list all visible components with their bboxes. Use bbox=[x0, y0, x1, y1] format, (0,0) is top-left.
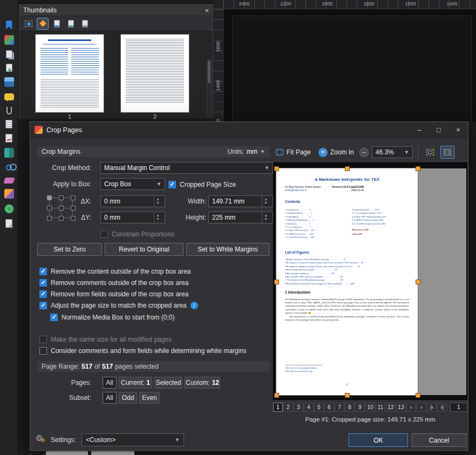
attachments-icon[interactable] bbox=[6, 107, 12, 114]
bookmarks-icon[interactable] bbox=[6, 21, 12, 30]
zoom-out-button[interactable]: − bbox=[359, 148, 369, 157]
pages-all-button[interactable]: All bbox=[103, 377, 117, 389]
make-same-size-option[interactable]: Make the same size for all modified page… bbox=[39, 335, 172, 344]
signatures-icon[interactable] bbox=[5, 134, 12, 142]
checkbox[interactable] bbox=[39, 268, 47, 275]
page-button[interactable]: 7 bbox=[335, 403, 344, 412]
width-stepper[interactable]: 149.71 mm ▲▼ bbox=[208, 195, 273, 207]
crop-pages-icon[interactable] bbox=[37, 18, 49, 30]
content-icon[interactable] bbox=[5, 120, 12, 128]
crop-method-select[interactable]: Manual Margin Control ▼ bbox=[100, 162, 273, 174]
adjust-page-size-option[interactable]: Adjust the page size to match the croppe… bbox=[39, 301, 198, 310]
checkbox[interactable] bbox=[168, 181, 176, 188]
checkbox[interactable] bbox=[39, 347, 47, 355]
dialog-titlebar[interactable]: Crop Pages – □ × bbox=[30, 122, 468, 138]
recovery-icon[interactable] bbox=[6, 64, 12, 72]
checkbox[interactable] bbox=[39, 279, 47, 287]
show-crop-box-toggle[interactable] bbox=[440, 146, 454, 159]
consider-comments-option[interactable]: Consider comments and form fields while … bbox=[39, 346, 247, 355]
zoom-region-icon[interactable] bbox=[23, 18, 35, 30]
web-icon[interactable] bbox=[4, 204, 14, 214]
page-thumbnail[interactable] bbox=[121, 35, 189, 112]
remove-form-fields-option[interactable]: Remove form fields outside of the crop b… bbox=[39, 289, 188, 298]
page-button[interactable]: 12 bbox=[386, 403, 396, 412]
checkbox[interactable] bbox=[39, 302, 47, 309]
spinner-arrows-icon[interactable]: ▲▼ bbox=[262, 212, 269, 223]
previous-page-button[interactable]: ‹ bbox=[406, 403, 416, 412]
crop-handle-bottom-right[interactable] bbox=[416, 393, 420, 398]
page-button[interactable]: 10 bbox=[365, 403, 375, 412]
crop-handle-bottom-left[interactable] bbox=[274, 393, 279, 398]
page-number-input[interactable] bbox=[450, 403, 467, 412]
fit-page-button[interactable]: Fit Page bbox=[273, 147, 313, 158]
page-button[interactable]: 5 bbox=[314, 403, 324, 412]
spinner-arrows-icon[interactable]: ▲▼ bbox=[262, 196, 269, 207]
thumbnails-icon[interactable] bbox=[6, 50, 12, 58]
fields-icon[interactable] bbox=[4, 148, 14, 158]
remove-comments-option[interactable]: Remove comments outside of the crop box … bbox=[39, 278, 188, 287]
first-page-button[interactable]: |‹ bbox=[427, 403, 437, 412]
layers-icon[interactable] bbox=[4, 77, 14, 87]
units-dropdown[interactable]: Units: mm ▼ bbox=[227, 146, 265, 157]
show-page-boxes-toggle[interactable] bbox=[423, 146, 437, 159]
checkbox[interactable] bbox=[39, 336, 47, 343]
subset-even-button[interactable]: Even bbox=[139, 392, 160, 404]
page-button[interactable]: 13 bbox=[396, 403, 406, 412]
duplicate-page-icon[interactable] bbox=[79, 18, 91, 30]
page-button[interactable]: 9 bbox=[355, 403, 365, 412]
extract-page-icon[interactable] bbox=[65, 18, 77, 30]
eraser-icon[interactable] bbox=[3, 178, 15, 184]
document-canvas[interactable] bbox=[223, 9, 476, 122]
subset-odd-button[interactable]: Odd bbox=[119, 392, 137, 404]
page-button[interactable]: 3 bbox=[294, 403, 303, 412]
checkbox[interactable] bbox=[39, 290, 47, 298]
comments-icon[interactable] bbox=[4, 93, 14, 100]
maximize-icon[interactable]: □ bbox=[429, 122, 448, 138]
crop-handle-middle-right[interactable] bbox=[416, 280, 420, 284]
close-icon[interactable]: × bbox=[448, 122, 468, 138]
height-stepper[interactable]: 225 mm ▲▼ bbox=[208, 212, 273, 223]
crop-handle-middle-left[interactable] bbox=[274, 280, 279, 284]
remove-content-option[interactable]: Remove the content outside of the crop b… bbox=[39, 267, 191, 276]
last-page-button[interactable]: ›| bbox=[437, 403, 447, 412]
settings-select[interactable]: <Custom> ▼ bbox=[81, 433, 184, 446]
page-button[interactable]: 4 bbox=[304, 403, 314, 412]
pages-custom-button[interactable]: Custom: 12 bbox=[185, 377, 220, 389]
crop-preview-canvas[interactable]: A Markdown Interpreter for TEX Vít Starý… bbox=[273, 162, 467, 400]
page-button[interactable]: 8 bbox=[345, 403, 355, 412]
set-to-zero-button[interactable]: Set to Zero bbox=[37, 243, 102, 256]
crop-handle-top-right[interactable] bbox=[416, 166, 420, 171]
close-icon[interactable]: × bbox=[205, 6, 209, 15]
pages-current-button[interactable]: Current: 1 bbox=[119, 377, 152, 389]
minimize-icon[interactable]: – bbox=[410, 122, 429, 138]
spinner-arrows-icon[interactable]: ▲▼ bbox=[154, 196, 161, 207]
thumbnails-scrollbar[interactable] bbox=[207, 59, 212, 117]
checkbox[interactable] bbox=[100, 230, 108, 238]
ok-button[interactable]: OK bbox=[349, 433, 408, 447]
zoom-in-button[interactable]: + Zoom In bbox=[316, 147, 356, 158]
next-page-button[interactable]: › bbox=[417, 403, 426, 412]
insert-page-icon[interactable] bbox=[51, 18, 63, 30]
stamps-icon[interactable] bbox=[4, 189, 14, 199]
constrain-proportions-option[interactable]: Constrain Proportions bbox=[100, 229, 174, 239]
dx-stepper[interactable]: 0 mm ▲▼ bbox=[100, 195, 165, 207]
spinner-arrows-icon[interactable]: ▲▼ bbox=[154, 212, 161, 223]
set-to-white-margins-button[interactable]: Set to White Margins bbox=[186, 243, 269, 256]
links-icon[interactable] bbox=[6, 165, 12, 171]
normalize-media-box-option[interactable]: Normalize Media Box to start from (0;0) bbox=[50, 313, 174, 322]
crop-handle-bottom-center[interactable] bbox=[345, 393, 350, 398]
crop-handle-top-left[interactable] bbox=[274, 166, 279, 171]
dy-stepper[interactable]: 0 mm ▲▼ bbox=[100, 212, 165, 223]
subset-all-button[interactable]: All bbox=[103, 392, 117, 404]
revert-to-original-button[interactable]: Revert to Original bbox=[105, 243, 183, 256]
cancel-button[interactable]: Cancel bbox=[412, 433, 466, 447]
destinations-icon[interactable] bbox=[4, 35, 14, 45]
cropped-page-size-option[interactable]: Cropped Page Size bbox=[168, 180, 236, 189]
checkbox[interactable] bbox=[50, 314, 58, 321]
zoom-level-select[interactable]: 46.3% ▼ bbox=[372, 146, 413, 158]
page-button[interactable]: 2 bbox=[283, 403, 293, 412]
pages-selected-button[interactable]: Selected bbox=[154, 377, 182, 389]
properties-icon[interactable] bbox=[5, 219, 12, 228]
apply-to-box-select[interactable]: Crop Box ▼ bbox=[100, 178, 165, 190]
page-button[interactable]: 1 bbox=[273, 403, 283, 412]
